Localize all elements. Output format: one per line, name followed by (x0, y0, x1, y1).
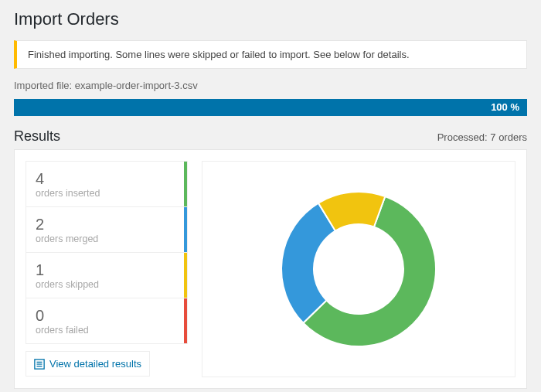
donut-chart (202, 161, 515, 377)
imported-file-name: example-order-import-3.csv (75, 80, 198, 91)
stat-label: orders skipped (36, 279, 178, 290)
stats-list: 4orders inserted2orders merged1orders sk… (26, 161, 188, 377)
stat-count: 2 (36, 215, 178, 233)
stat-item: 0orders failed (26, 298, 188, 344)
stat-color-stripe (184, 162, 187, 206)
stat-label: orders merged (36, 233, 178, 244)
view-detailed-label: View detailed results (49, 358, 141, 370)
stat-item: 1orders skipped (26, 252, 188, 298)
imported-file-label: Imported file: (14, 80, 72, 91)
stat-count: 4 (36, 169, 178, 188)
stat-item: 2orders merged (26, 206, 188, 253)
stat-label: orders inserted (36, 188, 178, 199)
stat-color-stripe (184, 298, 187, 343)
list-icon (34, 359, 45, 370)
progress-fill: 100 % (14, 99, 527, 116)
results-heading: Results (14, 128, 60, 145)
processed-count: Processed: 7 orders (437, 131, 527, 143)
stat-count: 0 (36, 306, 178, 325)
import-warning-notice: Finished importing. Some lines were skip… (14, 40, 527, 69)
view-detailed-results-button[interactable]: View detailed results (26, 351, 150, 377)
stat-count: 1 (36, 261, 178, 279)
stat-color-stripe (184, 207, 187, 252)
stat-color-stripe (184, 253, 187, 298)
progress-bar: 100 % (14, 99, 527, 116)
results-panel: 4orders inserted2orders merged1orders sk… (14, 149, 527, 389)
stat-item: 4orders inserted (26, 161, 188, 207)
stat-label: orders failed (36, 325, 178, 336)
notice-text: Finished importing. Some lines were skip… (28, 49, 410, 60)
imported-file-line: Imported file: example-order-import-3.cs… (14, 80, 527, 91)
page-title: Import Orders (14, 9, 527, 29)
